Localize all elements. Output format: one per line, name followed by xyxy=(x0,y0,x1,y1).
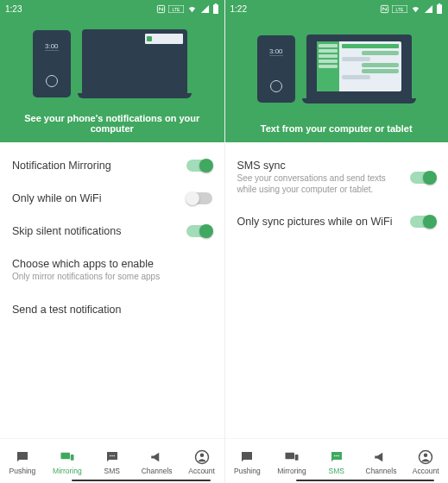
row-title: Send a test notification xyxy=(12,304,212,316)
account-icon xyxy=(193,449,211,465)
row-sms-sync[interactable]: SMS sync See your conversations and send… xyxy=(225,149,449,205)
hero-caption: See your phone's notifications on your c… xyxy=(0,110,224,134)
row-subtitle: Only mirror notifications for some apps xyxy=(12,272,212,283)
toggle-only-wifi[interactable] xyxy=(186,192,212,204)
chat-window-mock xyxy=(317,41,401,91)
toggle-sms-sync[interactable] xyxy=(410,172,436,184)
battery-icon xyxy=(212,3,219,14)
hero-caption: Text from your computer or tablet xyxy=(254,120,420,134)
wifi-icon xyxy=(410,4,421,14)
megaphone-icon xyxy=(372,449,389,465)
row-title: SMS sync xyxy=(237,160,402,172)
nav-account[interactable]: Account xyxy=(180,449,224,475)
chat-icon xyxy=(14,449,31,465)
svg-rect-15 xyxy=(437,4,442,14)
nav-sms[interactable]: SMS xyxy=(90,449,135,475)
nav-label: Pushing xyxy=(9,467,36,475)
nfc-icon xyxy=(380,4,389,14)
row-only-wifi[interactable]: Only while on WiFi xyxy=(0,182,224,215)
svg-rect-18 xyxy=(295,455,299,461)
svg-rect-5 xyxy=(60,452,70,459)
nav-label: SMS xyxy=(104,467,120,475)
phone-mock-time: 3:00 xyxy=(269,47,283,55)
svg-rect-6 xyxy=(71,455,74,461)
nav-channels[interactable]: Channels xyxy=(135,449,180,475)
bottom-nav: Pushing Mirroring SMS Channels Account xyxy=(225,438,449,483)
account-icon xyxy=(417,449,434,465)
row-choose-apps[interactable]: Choose which apps to enable Only mirror … xyxy=(0,248,224,293)
nav-mirroring[interactable]: Mirroring xyxy=(45,449,90,475)
row-title: Skip silent notifications xyxy=(12,225,178,237)
nav-label: Account xyxy=(413,467,439,475)
status-icons: LTE xyxy=(380,3,443,14)
gesture-bar[interactable] xyxy=(296,480,434,481)
toggle-sync-pics-wifi[interactable] xyxy=(410,216,436,228)
nav-label: Pushing xyxy=(234,467,261,475)
svg-point-20 xyxy=(336,455,338,456)
toggle-notification-mirroring[interactable] xyxy=(186,160,212,172)
svg-point-8 xyxy=(111,455,113,456)
hero-graphic: 3:00 xyxy=(0,17,224,110)
sms-icon xyxy=(104,449,121,465)
settings-list: SMS sync See your conversations and send… xyxy=(225,142,449,438)
nav-channels[interactable]: Channels xyxy=(359,449,404,475)
svg-point-19 xyxy=(334,455,336,456)
nav-pushing[interactable]: Pushing xyxy=(225,449,270,475)
svg-point-9 xyxy=(113,455,115,456)
status-bar: 1:22 LTE xyxy=(225,0,449,17)
svg-point-7 xyxy=(110,455,111,456)
wifi-icon xyxy=(186,4,198,14)
row-notification-mirroring[interactable]: Notification Mirroring xyxy=(0,149,224,182)
hero-banner: 3:00 See your phone's notifications on y… xyxy=(0,17,224,142)
megaphone-icon xyxy=(148,449,166,465)
nav-mirroring[interactable]: Mirroring xyxy=(269,449,314,475)
status-bar: 1:23 LTE xyxy=(0,0,224,17)
laptop-mock xyxy=(302,34,416,104)
toggle-skip-silent[interactable] xyxy=(186,225,212,237)
svg-text:LTE: LTE xyxy=(172,6,180,11)
status-icons: LTE xyxy=(156,3,219,14)
svg-point-23 xyxy=(424,453,428,457)
laptop-notif-mock xyxy=(145,34,183,44)
phone-mock: 3:00 xyxy=(257,35,295,103)
signal-icon xyxy=(424,4,433,14)
svg-rect-17 xyxy=(286,452,295,459)
row-title: Only sync pictures while on WiFi xyxy=(237,216,402,228)
phone-mock: 3:00 xyxy=(33,30,71,97)
nav-sms[interactable]: SMS xyxy=(314,449,359,475)
svg-point-21 xyxy=(338,455,339,456)
gesture-bar[interactable] xyxy=(72,480,211,481)
hero-banner: 3:00 xyxy=(225,17,449,142)
screen-mirroring: 1:23 LTE 3:00 See your phone's notificat… xyxy=(0,0,224,483)
settings-list: Notification Mirroring Only while on WiF… xyxy=(0,142,224,438)
signal-icon xyxy=(200,4,210,14)
volte-icon: LTE xyxy=(392,5,407,13)
row-subtitle: See your conversations and send texts wh… xyxy=(237,173,402,195)
devices-icon xyxy=(58,449,77,465)
row-title: Notification Mirroring xyxy=(12,160,178,172)
row-skip-silent[interactable]: Skip silent notifications xyxy=(0,215,224,248)
svg-rect-3 xyxy=(213,4,218,14)
svg-point-11 xyxy=(199,453,204,457)
nav-label: Channels xyxy=(142,467,173,475)
devices-icon xyxy=(282,449,301,465)
battery-icon xyxy=(436,3,443,14)
row-title: Choose which apps to enable xyxy=(12,258,212,270)
chat-icon xyxy=(238,449,256,465)
nav-pushing[interactable]: Pushing xyxy=(0,449,45,475)
bottom-nav: Pushing Mirroring SMS Channels Account xyxy=(0,438,224,483)
status-time: 1:23 xyxy=(5,4,22,14)
nfc-icon xyxy=(156,4,166,14)
nav-label: Mirroring xyxy=(53,467,82,475)
nav-label: Channels xyxy=(366,467,397,475)
nav-label: Mirroring xyxy=(277,467,306,475)
svg-rect-16 xyxy=(439,3,440,4)
row-send-test[interactable]: Send a test notification xyxy=(0,293,224,326)
svg-text:LTE: LTE xyxy=(396,6,404,11)
nav-account[interactable]: Account xyxy=(403,449,448,475)
nav-label: Account xyxy=(188,467,215,475)
sms-icon xyxy=(328,449,345,465)
svg-rect-4 xyxy=(214,3,216,4)
hero-graphic: 3:00 xyxy=(225,17,449,120)
row-sync-pics-wifi[interactable]: Only sync pictures while on WiFi xyxy=(225,205,449,238)
